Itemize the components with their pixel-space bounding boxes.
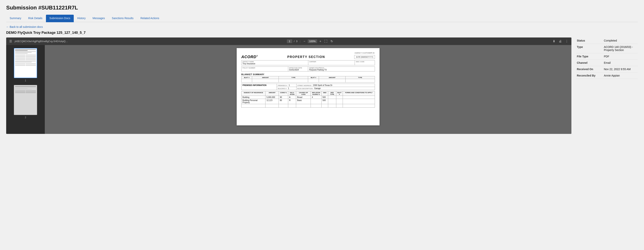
agency-name-label: AGENCY NAME: [242, 61, 307, 63]
tab-sanctions-results[interactable]: Sanctions Results: [108, 15, 137, 22]
carrier-label: CARRIER: [309, 61, 354, 63]
insurance-row-2: Building Personal Property 12,123 80 R B…: [242, 99, 375, 104]
effective-date-label: EFFECTIVE DATE: [289, 67, 307, 69]
meta-row-file-type: File Type PDF: [576, 53, 638, 60]
pdf-filename: jA0ECQMCH3wV4gjlPigB0nwBgCvg-SHErhzkpQnv…: [15, 40, 69, 43]
download-button[interactable]: ⬇: [552, 39, 556, 44]
bldg-description-label: BLDG DESCRIPTION: Garage: [296, 87, 375, 90]
page-separator: /: [294, 40, 294, 43]
date-box: DATE (MM/DD/YYYY): [354, 55, 375, 59]
insurance-table: SUBJECT OF INSURANCE AMOUNT COINS % VALU…: [241, 91, 375, 108]
policy-table: POLICY NUMBER EFFECTIVE DATE 01/01/2024 …: [241, 67, 375, 72]
more-button[interactable]: ⋮: [564, 39, 569, 44]
building-number-label: BUILDING #: 1: [277, 87, 296, 90]
thumb-label-1: 1: [25, 79, 26, 82]
agency-customer-id: AGENCY CUSTOMER ID:: [241, 52, 375, 54]
tab-risk-details[interactable]: Risk Details: [25, 15, 46, 22]
tab-messages[interactable]: Messages: [89, 15, 108, 22]
named-insured-label: NAMED INSURED(S): [309, 67, 374, 69]
insurance-row-1: Building 5,000,000 90 A Broad 4 500: [242, 96, 375, 99]
tab-history[interactable]: History: [74, 15, 89, 22]
thumb-page-2[interactable]: 2: [14, 85, 37, 119]
agency-name-value: Troy Insurance: [242, 63, 307, 65]
rotate-button[interactable]: ↻: [330, 39, 334, 44]
street-address-label: STREET ADDRESS: 2300 Spirit of Texas Dr: [296, 84, 375, 87]
pdf-viewer: ☰ jA0ECQMCH3wV4gjlPigB0nwBgCvg-SHErhzkpQ…: [6, 38, 572, 134]
channel-value: Email: [603, 60, 638, 66]
named-insured-value: FlyQuick Parking TX: [309, 69, 374, 71]
pdf-thumbnails: 1: [6, 45, 45, 134]
reconciled-by-value: Annie Appian: [603, 73, 638, 79]
meta-row-channel: Channel Email: [576, 60, 638, 66]
print-button[interactable]: 🖨: [558, 39, 562, 44]
tab-related-actions[interactable]: Related Actions: [137, 15, 162, 22]
thumb-page-1[interactable]: 1: [14, 48, 37, 82]
meta-row-received-on: Received On Nov 22, 2022 9:55 AM: [576, 66, 638, 73]
channel-label: Channel: [576, 60, 603, 66]
premises-number-label: PREMISES #: 1: [277, 84, 296, 87]
pdf-toolbar-left: ☰ jA0ECQMCH3wV4gjlPigB0nwBgCvg-SHErhzkpQ…: [8, 39, 69, 44]
hamburger-button[interactable]: ☰: [8, 39, 13, 44]
zoom-in-button[interactable]: +: [319, 39, 322, 44]
file-type-label: File Type: [576, 53, 603, 60]
total-pages: 3: [296, 40, 298, 43]
pdf-page: AGENCY CUSTOMER ID: ACORD® PROPERTY SECT…: [237, 48, 380, 125]
received-on-value: Nov 22, 2022 9:55 AM: [603, 66, 638, 73]
right-panel: Status Completed Type ACORD 140 (2016/03…: [576, 38, 638, 79]
agency-carrier-table: AGENCY NAME Troy Insurance CARRIER NAIC …: [241, 60, 375, 65]
tab-submission-docs[interactable]: Submission Docs: [46, 15, 74, 22]
pdf-toolbar-center: 1 / 3 | − 100% + ⛶ ↻: [71, 39, 550, 44]
received-on-label: Received On: [576, 66, 603, 73]
property-section-title: PROPERTY SECTION: [262, 55, 350, 59]
thumb-label-2: 2: [25, 116, 26, 119]
status-label: Status: [576, 38, 603, 44]
metadata-table: Status Completed Type ACORD 140 (2016/03…: [576, 38, 638, 79]
policy-number-label: POLICY NUMBER: [242, 67, 287, 69]
page-title: Submission #SUB11221R7L: [6, 5, 638, 11]
type-value: ACORD 140 (2016/03) - Property Section: [603, 44, 638, 53]
meta-row-type: Type ACORD 140 (2016/03) - Property Sect…: [576, 44, 638, 53]
page-number-input[interactable]: 1: [287, 39, 292, 43]
blanket-summary-table: BLKT # AMOUNT TYPE BLKT # AMOUNT TYPE: [241, 76, 375, 83]
blanket-summary-header: BLANKET SUMMARY: [241, 73, 375, 76]
pdf-toolbar: ☰ jA0ECQMCH3wV4gjlPigB0nwBgCvg-SHErhzkpQ…: [6, 38, 572, 45]
zoom-out-button[interactable]: −: [303, 39, 306, 44]
status-value: Completed: [603, 38, 638, 44]
pdf-body: 1: [6, 45, 572, 134]
premises-header-table: PREMISES INFORMATION PREMISES #: 1 STREE…: [241, 84, 375, 90]
type-label: Type: [576, 44, 603, 53]
reconciled-by-label: Reconciled By: [576, 73, 603, 79]
meta-row-status: Status Completed: [576, 38, 638, 44]
thumb-image-1: [14, 48, 37, 78]
back-link[interactable]: ← Back to all submission docs: [6, 25, 43, 28]
thumb-image-2: [14, 85, 37, 115]
toolbar-separator-1: |: [300, 40, 300, 43]
fit-button[interactable]: ⛶: [324, 39, 328, 44]
pdf-main-area: AGENCY CUSTOMER ID: ACORD® PROPERTY SECT…: [45, 45, 572, 134]
premises-info-label: PREMISES INFORMATION: [242, 84, 277, 90]
naic-label: NAIC CODE: [356, 61, 374, 63]
file-type-value: PDF: [603, 53, 638, 60]
tab-bar: Summary Risk Details Submission Docs His…: [6, 15, 638, 22]
zoom-level: 100%: [308, 39, 317, 43]
meta-row-reconciled-by: Reconciled By Annie Appian: [576, 73, 638, 79]
tab-summary[interactable]: Summary: [6, 15, 25, 22]
content-area: ☰ jA0ECQMCH3wV4gjlPigB0nwBgCvg-SHErhzkpQ…: [6, 38, 638, 134]
acord-logo: ACORD®: [241, 55, 258, 59]
pdf-toolbar-right: ⬇ 🖨 ⋮: [552, 39, 569, 44]
doc-title: DEMO FlyQuick Troy Package 125_127_140_5…: [6, 31, 638, 35]
insurance-row-3: [242, 104, 375, 108]
effective-date-value: 01/01/2024: [289, 69, 307, 71]
